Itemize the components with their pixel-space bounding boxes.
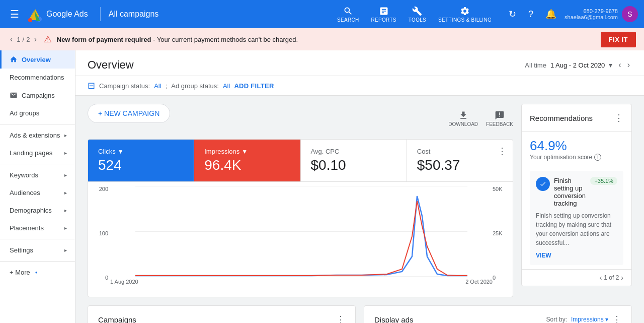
metrics-more-btn[interactable]: ⋮ bbox=[498, 146, 507, 157]
main-layout: Overview Recommendations Campaigns Ad gr… bbox=[0, 50, 644, 323]
display-ads-more-btn[interactable]: ⋮ bbox=[612, 314, 621, 323]
rec-header: Recommendations ⋮ bbox=[522, 104, 631, 132]
sidebar-item-settings[interactable]: Settings ▸ bbox=[0, 241, 75, 259]
download-button[interactable]: DOWNLOAD bbox=[448, 110, 478, 127]
y-left-200: 200 bbox=[90, 186, 108, 192]
clicks-metric[interactable]: Clicks ▼ 524 bbox=[88, 140, 194, 181]
audiences-expand-icon: ▸ bbox=[64, 190, 67, 196]
clicks-value: 524 bbox=[98, 157, 184, 173]
search-nav-label: SEARCH bbox=[337, 17, 359, 23]
rec-card-header: Finish setting up conversion tracking +3… bbox=[536, 177, 617, 207]
impressions-label: Impressions bbox=[204, 148, 239, 155]
payment-banner: ‹ 1 / 2 › ⚠ New form of payment required… bbox=[0, 28, 644, 50]
campaigns-icon bbox=[10, 91, 18, 99]
avg-cpc-metric[interactable]: Avg. CPC $0.10 bbox=[301, 140, 407, 181]
settings-expand-icon: ▸ bbox=[64, 247, 67, 253]
reports-icon bbox=[379, 6, 389, 16]
sidebar-item-ads-extensions[interactable]: Ads & extensions ▸ bbox=[0, 126, 75, 144]
logo-text: Google Ads bbox=[46, 10, 88, 19]
ads-extensions-expand-icon: ▸ bbox=[64, 133, 67, 138]
filter-icon: ⊟ bbox=[88, 80, 95, 91]
keywords-expand-icon: ▸ bbox=[64, 172, 67, 178]
banner-next-btn[interactable]: › bbox=[32, 34, 38, 45]
banner-prev-btn[interactable]: ‹ bbox=[8, 34, 15, 45]
help-icon[interactable]: ? bbox=[524, 5, 537, 24]
sidebar-item-overview[interactable]: Overview bbox=[0, 50, 75, 69]
sidebar-item-landing-pages[interactable]: Landing pages ▸ bbox=[0, 144, 75, 162]
sidebar-label-overview: Overview bbox=[22, 56, 51, 63]
tools-nav-btn[interactable]: TOOLS bbox=[404, 3, 431, 26]
sidebar: Overview Recommendations Campaigns Ad gr… bbox=[0, 50, 75, 323]
rec-prev-btn[interactable]: ‹ bbox=[600, 274, 602, 282]
sidebar-item-placements[interactable]: Placements ▸ bbox=[0, 219, 75, 237]
svg-point-5 bbox=[28, 18, 32, 22]
rec-more-btn[interactable]: ⋮ bbox=[614, 112, 623, 123]
landing-pages-expand-icon: ▸ bbox=[64, 150, 67, 156]
date-prev-btn[interactable]: ‹ bbox=[616, 58, 623, 72]
feedback-label: FEEDBACK bbox=[486, 121, 513, 127]
sidebar-label-ad-groups: Ad groups bbox=[10, 109, 39, 117]
add-filter-button[interactable]: ADD FILTER bbox=[234, 82, 274, 90]
date-next-btn[interactable]: › bbox=[625, 58, 632, 72]
menu-icon[interactable]: ☰ bbox=[6, 4, 23, 24]
campaigns-card-actions: ⋮ bbox=[336, 314, 345, 323]
y-left-0: 0 bbox=[90, 275, 108, 281]
settings-billing-nav-btn[interactable]: SETTINGS & BILLING bbox=[433, 3, 497, 26]
x-label-end: 2 Oct 2020 bbox=[465, 279, 493, 285]
campaigns-more-btn[interactable]: ⋮ bbox=[336, 314, 345, 323]
sidebar-label-keywords: Keywords bbox=[10, 171, 38, 179]
cost-label: Cost bbox=[417, 148, 431, 155]
fix-it-button[interactable]: FIX IT bbox=[601, 32, 636, 47]
cost-value: $50.37 bbox=[417, 157, 503, 173]
display-ads-bottom-card: Display ads Sort by: Impressions ▾ ⋮ bbox=[364, 305, 632, 323]
rec-next-btn[interactable]: › bbox=[621, 274, 623, 282]
impressions-metric[interactable]: Impressions ▼ 96.4K bbox=[194, 140, 300, 181]
sidebar-item-campaigns[interactable]: Campaigns bbox=[0, 86, 75, 104]
date-range-value[interactable]: 1 Aug - 2 Oct 2020 bbox=[550, 61, 605, 69]
reports-nav-btn[interactable]: REPORTS bbox=[366, 3, 401, 26]
more-dot-icon: ● bbox=[35, 270, 38, 275]
notifications-icon[interactable]: 🔔 bbox=[541, 5, 560, 24]
ad-group-status-label: Ad group status: bbox=[171, 82, 219, 90]
rec-badge: +35.1% bbox=[590, 177, 617, 185]
score-info-icon[interactable]: i bbox=[594, 154, 601, 161]
sidebar-item-keywords[interactable]: Keywords ▸ bbox=[0, 166, 75, 184]
cost-metric[interactable]: Cost $50.37 ⋮ bbox=[407, 140, 513, 181]
sidebar-item-recommendations[interactable]: Recommendations bbox=[0, 69, 75, 86]
user-email: shaelaa6@gmail.com bbox=[565, 14, 618, 20]
sidebar-label-settings: Settings bbox=[10, 246, 33, 254]
rec-title: Recommendations bbox=[530, 114, 593, 122]
content-area: + NEW CAMPAIGN DOWNLOAD FEEDBACK bbox=[75, 96, 644, 323]
rec-pagination: ‹ 1 of 2 › bbox=[522, 269, 631, 286]
rec-view-link[interactable]: VIEW bbox=[536, 252, 551, 259]
tools-nav-label: TOOLS bbox=[409, 17, 426, 23]
display-ads-card-actions: Sort by: Impressions ▾ ⋮ bbox=[546, 314, 621, 323]
sidebar-item-demographics[interactable]: Demographics ▸ bbox=[0, 202, 75, 219]
impressions-value: 96.4K bbox=[204, 157, 290, 173]
sidebar-label-audiences: Audiences bbox=[10, 189, 40, 197]
sidebar-item-more[interactable]: + More ● bbox=[0, 264, 75, 281]
x-axis-labels: 1 Aug 2020 2 Oct 2020 bbox=[110, 279, 493, 285]
search-nav-btn[interactable]: SEARCH bbox=[332, 3, 364, 26]
campaign-status-value[interactable]: All bbox=[154, 82, 161, 90]
ad-group-status-value[interactable]: All bbox=[223, 82, 230, 90]
y-left-100: 100 bbox=[90, 230, 108, 236]
feedback-button[interactable]: FEEDBACK bbox=[486, 110, 513, 127]
sidebar-divider-2 bbox=[0, 164, 75, 164]
placements-expand-icon: ▸ bbox=[64, 225, 67, 231]
logo-divider bbox=[100, 7, 101, 21]
date-range-dropdown-btn[interactable]: ▾ bbox=[609, 61, 612, 69]
rec-description: Finish setting up conversion tracking by… bbox=[536, 211, 617, 247]
sidebar-item-ad-groups[interactable]: Ad groups bbox=[0, 104, 75, 122]
top-nav-right: ↻ ? 🔔 680-279-9678 shaelaa6@gmail.com S bbox=[505, 5, 638, 24]
chart-area: 200 100 0 50K 25K 0 bbox=[88, 182, 513, 297]
clicks-dropdown-icon: ▼ bbox=[118, 148, 124, 155]
refresh-icon[interactable]: ↻ bbox=[505, 5, 520, 24]
y-right-25k: 25K bbox=[493, 230, 511, 236]
user-avatar[interactable]: S bbox=[622, 6, 638, 22]
download-icon bbox=[458, 110, 468, 120]
new-campaign-button[interactable]: + NEW CAMPAIGN bbox=[88, 104, 170, 123]
display-ads-card-title: Display ads bbox=[374, 315, 414, 324]
sidebar-item-audiences[interactable]: Audiences ▸ bbox=[0, 184, 75, 202]
sort-impressions-select[interactable]: Impressions ▾ bbox=[571, 316, 608, 323]
